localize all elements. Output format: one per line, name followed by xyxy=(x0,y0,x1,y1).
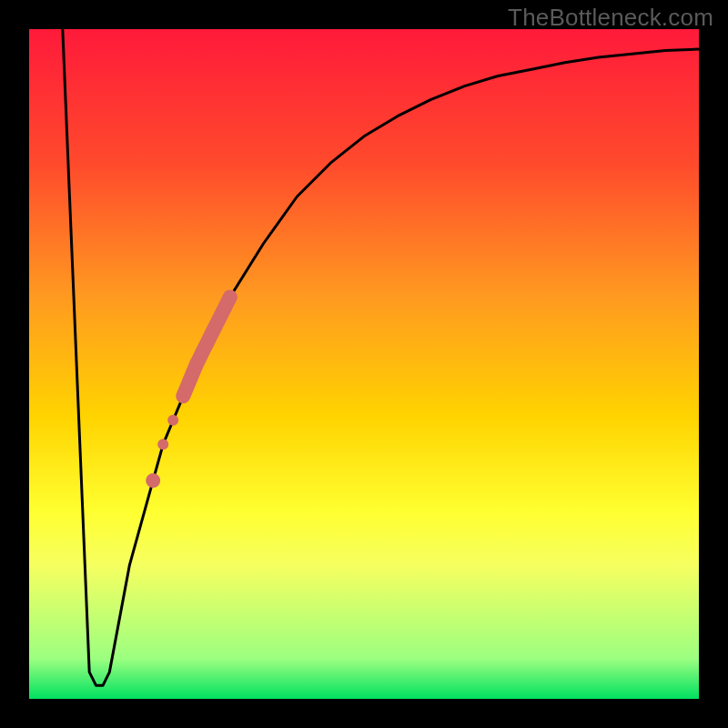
highlight-dot xyxy=(146,473,160,488)
highlight-dot xyxy=(157,439,168,450)
highlight-dot xyxy=(167,415,178,426)
plot-area xyxy=(29,29,699,699)
bottleneck-chart xyxy=(0,0,728,728)
chart-container: TheBottleneck.com xyxy=(0,0,728,728)
watermark-text: TheBottleneck.com xyxy=(508,4,713,32)
